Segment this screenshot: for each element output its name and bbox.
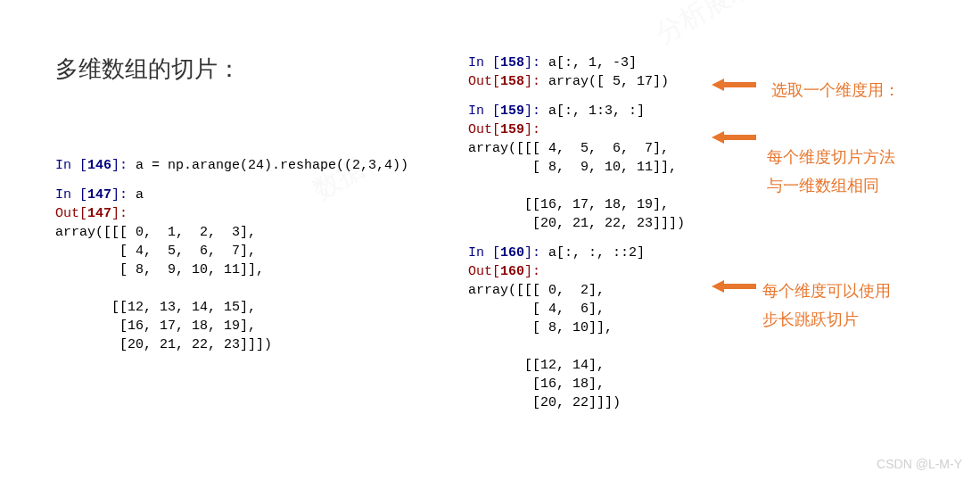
right-code-column: In [158]: a[:, 1, -3] Out[158]: array([ … (468, 54, 685, 423)
out-prompt-number: 159 (500, 122, 524, 137)
out-prompt-prefix: Out[ (468, 74, 500, 89)
code-content: a[:, 1:3, :] (548, 103, 645, 119)
arrow-icon (712, 131, 756, 144)
arrow-icon (712, 79, 756, 91)
in-prompt-prefix: In [ (468, 245, 500, 261)
in-prompt-suffix: ]: (111, 187, 136, 203)
code-content: a = np.arange(24).reshape((2,3,4)) (136, 158, 408, 173)
out-prompt-prefix: Out[ (55, 206, 87, 221)
in-prompt-suffix: ]: (524, 55, 548, 70)
annotation-line: 每个维度切片方法 (767, 143, 895, 171)
output-array: array([[[ 0, 2], [ 4, 6], [ 8, 10]], [[1… (468, 281, 685, 412)
svg-marker-2 (712, 280, 756, 293)
in-prompt-number: 159 (500, 103, 524, 119)
code-content: a[:, :, ::2] (548, 245, 645, 261)
code-cell-147: In [147]: a Out[147]: array([[[ 0, 1, 2,… (55, 186, 408, 354)
footer-credit: CSDN @L-M-Y (877, 457, 962, 471)
code-content: a[:, 1, -3] (548, 55, 637, 70)
code-cell-160: In [160]: a[:, :, ::2] Out[160]: array([… (468, 244, 685, 412)
in-prompt-number: 158 (500, 55, 524, 70)
code-cell-158: In [158]: a[:, 1, -3] Out[158]: array([ … (468, 54, 685, 91)
annotation-line: 每个维度可以使用 (762, 277, 891, 305)
out-prompt-suffix: ]: (524, 74, 548, 89)
out-prompt-number: 147 (87, 206, 111, 221)
left-code-column: In [146]: a = np.arange(24).reshape((2,3… (55, 156, 408, 365)
in-prompt-prefix: In [ (55, 158, 87, 173)
annotation-line: 与一维数组相同 (767, 171, 895, 200)
code-content: a (136, 187, 144, 203)
svg-marker-1 (712, 131, 756, 144)
in-prompt-prefix: In [ (55, 187, 87, 203)
watermark-text: 分析展示 (649, 0, 760, 52)
output-array: array([[[ 0, 1, 2, 3], [ 4, 5, 6, 7], [ … (55, 223, 408, 354)
arrow-icon (712, 280, 756, 293)
out-prompt-number: 158 (500, 74, 524, 89)
code-cell-159: In [159]: a[:, 1:3, :] Out[159]: array([… (468, 102, 685, 233)
in-prompt-prefix: In [ (468, 55, 500, 70)
out-prompt-suffix: ]: (524, 264, 540, 279)
annotation-line: 步长跳跃切片 (762, 305, 891, 334)
output-value: array([ 5, 17]) (548, 74, 669, 89)
annotation-2: 每个维度切片方法 与一维数组相同 (767, 143, 895, 201)
out-prompt-suffix: ]: (524, 122, 540, 137)
in-prompt-number: 160 (500, 245, 524, 261)
annotation-1: 选取一个维度用： (771, 76, 900, 104)
code-cell-146: In [146]: a = np.arange(24).reshape((2,3… (55, 156, 408, 175)
svg-marker-0 (712, 79, 756, 91)
output-array: array([[[ 4, 5, 6, 7], [ 8, 9, 10, 11]],… (468, 139, 685, 233)
in-prompt-suffix: ]: (524, 245, 548, 261)
in-prompt-number: 147 (87, 187, 111, 203)
out-prompt-prefix: Out[ (468, 122, 500, 137)
in-prompt-suffix: ]: (111, 158, 136, 173)
in-prompt-suffix: ]: (524, 103, 548, 119)
out-prompt-suffix: ]: (111, 206, 128, 221)
in-prompt-number: 146 (87, 158, 111, 173)
out-prompt-prefix: Out[ (468, 264, 500, 279)
in-prompt-prefix: In [ (468, 103, 500, 119)
annotation-3: 每个维度可以使用 步长跳跃切片 (762, 277, 891, 335)
page-title: 多维数组的切片： (55, 54, 241, 85)
out-prompt-number: 160 (500, 264, 524, 279)
